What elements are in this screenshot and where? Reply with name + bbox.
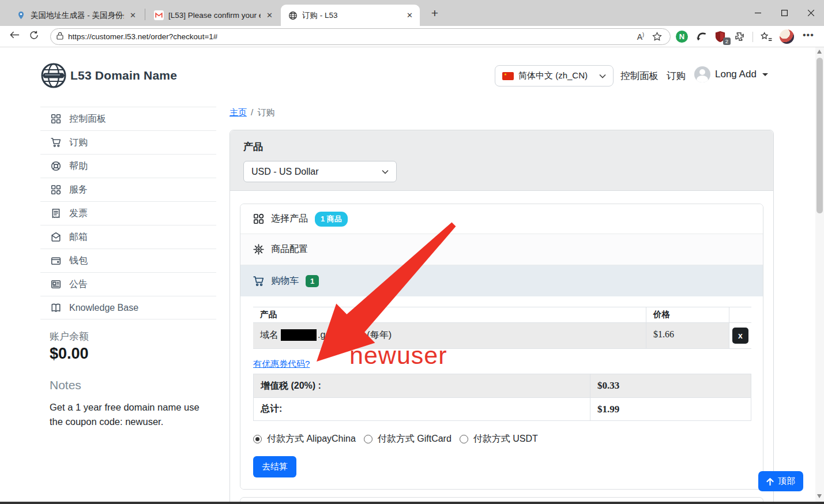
coupon-code-link[interactable]: 有优惠券代码? — [253, 359, 310, 370]
page-content: L53 Domain Name 简体中文 (zh_CN) 控制面板 订购 Lon… — [0, 47, 824, 504]
cart-table: 产品 价格 域名.gg : 注册 (每年) $1.66 x — [253, 307, 751, 349]
scroll-up-arrow[interactable] — [817, 50, 822, 54]
sidebar-item-label: 钱包 — [69, 255, 88, 267]
read-aloud-icon[interactable]: A) — [637, 32, 644, 42]
payment-option-usdt[interactable]: 付款方式 USDT — [460, 433, 538, 445]
sidebar-item-invoices[interactable]: 发票 — [40, 201, 216, 225]
globe-logo-icon — [40, 62, 67, 89]
chevron-down-icon — [382, 170, 389, 174]
total-label: 总计: — [254, 403, 590, 415]
close-window-button[interactable] — [797, 0, 824, 26]
remove-item-button[interactable]: x — [732, 328, 748, 344]
close-icon[interactable]: ✕ — [405, 11, 414, 20]
extension-puzzle-icon[interactable] — [734, 31, 745, 42]
sidebar-item-announcements[interactable]: 公告 — [40, 272, 216, 296]
sidebar-item-dashboard[interactable]: 控制面板 — [40, 107, 216, 130]
site-logo[interactable]: L53 Domain Name — [40, 62, 177, 89]
scrollbar-thumb[interactable] — [817, 58, 823, 213]
extension-n-icon[interactable]: N — [676, 31, 688, 43]
book-icon — [51, 303, 61, 313]
refresh-icon[interactable] — [24, 31, 44, 43]
tab-order-l53[interactable]: 订购 - L53 ✕ — [281, 5, 420, 26]
cart-item-name: 域名.gg : 注册 (每年) — [253, 323, 646, 348]
tab-title: [L53] Please confirm your email a — [168, 11, 261, 20]
help-icon — [51, 161, 61, 171]
vat-value: $0.33 — [590, 374, 751, 397]
arrow-up-icon — [766, 477, 774, 486]
vat-label: 增值税 (20%) : — [254, 380, 590, 392]
minimize-button[interactable] — [744, 0, 771, 26]
invoice-icon — [51, 208, 61, 219]
close-icon[interactable]: ✕ — [265, 11, 274, 20]
back-to-top-label: 顶部 — [778, 476, 795, 487]
user-menu[interactable]: Long Add — [694, 66, 768, 82]
totals-table: 增值税 (20%) : $0.33 总计: $1.99 — [253, 374, 751, 421]
radio-icon[interactable] — [460, 435, 468, 443]
sidebar: 控制面板 订购 帮助 服务 发票 邮箱 钱包 公告 — [40, 107, 216, 319]
currency-select[interactable]: USD - US Dollar — [243, 161, 397, 182]
address-bar[interactable]: https://customer.l53.net/order?checkout=… — [50, 28, 671, 45]
column-actions — [729, 307, 751, 322]
extension-swoosh-icon[interactable] — [695, 32, 707, 42]
url-text[interactable]: https://customer.l53.net/order?checkout=… — [68, 32, 633, 41]
column-product: 产品 — [253, 307, 646, 322]
sidebar-item-order[interactable]: 订购 — [40, 130, 216, 154]
sidebar-item-mailbox[interactable]: 邮箱 — [40, 225, 216, 249]
extension-shield-icon[interactable]: 2 — [714, 31, 727, 43]
tab-email-confirm[interactable]: [L53] Please confirm your email a ✕ — [147, 5, 280, 26]
tab-address-generator[interactable]: 美国地址生成器 - 美国身份生成器 ✕ — [9, 5, 143, 26]
column-price: 价格 — [646, 307, 729, 322]
payment-option-label: 付款方式 USDT — [473, 433, 538, 445]
radio-icon[interactable] — [364, 435, 373, 443]
extension-badge: 2 — [723, 37, 731, 45]
breadcrumb-home-link[interactable]: 主页 — [229, 107, 247, 118]
favorite-star-icon[interactable] — [652, 32, 662, 42]
nav-dashboard-link[interactable]: 控制面板 — [620, 70, 659, 82]
balance-value: $0.00 — [50, 345, 89, 363]
new-tab-button[interactable]: + — [427, 6, 442, 20]
favorites-hub-icon[interactable] — [761, 32, 772, 42]
breadcrumb-current: 订购 — [257, 107, 274, 118]
breadcrumb: 主页 / 订购 — [229, 107, 274, 118]
checkout-button[interactable]: 去结算 — [253, 456, 296, 477]
caret-down-icon — [762, 73, 768, 76]
sidebar-item-knowledge-base[interactable]: Knowledge Base — [40, 296, 216, 319]
cart-row: 域名.gg : 注册 (每年) $1.66 x — [253, 323, 751, 349]
section-label: 商品配置 — [271, 243, 308, 255]
sidebar-item-label: 公告 — [69, 279, 88, 291]
avatar — [694, 66, 710, 82]
sidebar-item-help[interactable]: 帮助 — [40, 154, 216, 178]
services-icon — [51, 185, 61, 195]
globe-icon — [288, 10, 298, 20]
sidebar-item-services[interactable]: 服务 — [40, 178, 216, 201]
sidebar-item-label: 服务 — [69, 184, 88, 196]
maximize-button[interactable] — [771, 0, 797, 26]
radio-icon[interactable] — [253, 435, 262, 443]
back-to-top-button[interactable]: 顶部 — [758, 471, 803, 491]
section-cart[interactable]: 购物车 1 — [240, 265, 763, 296]
nav-order-link[interactable]: 订购 — [667, 70, 686, 82]
section-select-product[interactable]: 选择产品 1 商品 — [240, 204, 763, 234]
sidebar-item-label: 帮助 — [69, 160, 88, 172]
page-scrollbar[interactable] — [815, 47, 824, 502]
payment-option-alipay[interactable]: 付款方式 AlipayChina — [253, 433, 356, 445]
sidebar-item-wallet[interactable]: 钱包 — [40, 249, 216, 272]
gear-icon — [253, 244, 264, 255]
product-card: 产品 USD - US Dollar 选择产品 1 商品 商品配置 购物车 1 — [229, 130, 774, 504]
sidebar-item-label: 邮箱 — [69, 231, 88, 243]
back-icon[interactable] — [5, 31, 24, 42]
profile-avatar[interactable] — [780, 29, 794, 44]
settings-menu-icon[interactable]: ••• — [802, 30, 820, 44]
section-label: 选择产品 — [271, 213, 308, 225]
user-name: Long Add — [715, 69, 757, 80]
section-product-config[interactable]: 商品配置 — [240, 234, 763, 265]
notes-text: Get a 1 year free domain name use the co… — [50, 400, 206, 429]
scroll-down-arrow[interactable] — [817, 494, 822, 498]
grid-icon — [51, 114, 61, 124]
close-icon[interactable]: ✕ — [129, 11, 137, 20]
product-count-badge: 1 商品 — [315, 212, 348, 227]
payment-option-giftcard[interactable]: 付款方式 GiftCard — [364, 433, 451, 445]
language-select[interactable]: 简体中文 (zh_CN) — [495, 65, 614, 86]
notes-label: Notes — [50, 378, 81, 392]
cart-count-badge: 1 — [306, 275, 319, 287]
